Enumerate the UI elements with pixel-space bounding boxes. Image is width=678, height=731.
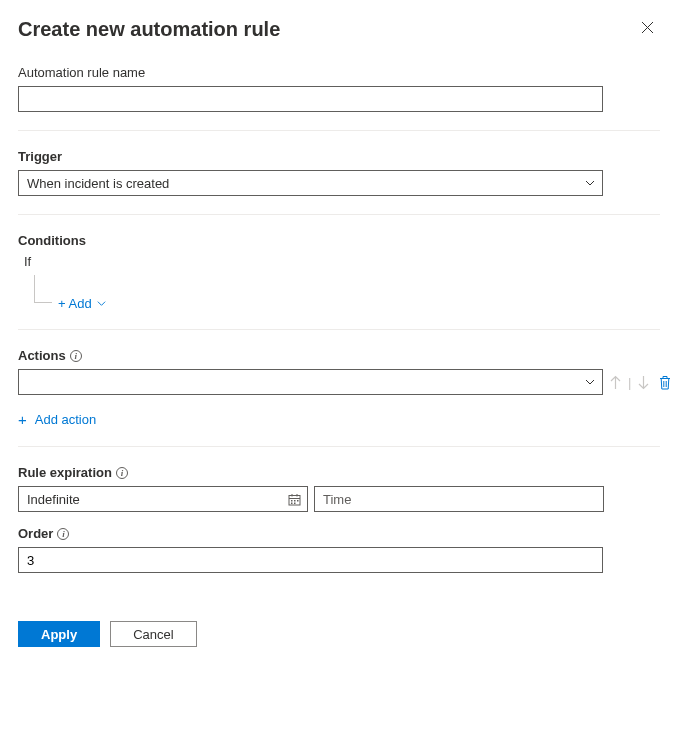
divider [18, 214, 660, 215]
add-condition-label: + Add [58, 296, 92, 311]
info-icon[interactable]: i [57, 528, 69, 540]
tree-branch-line [34, 275, 52, 303]
apply-button[interactable]: Apply [18, 621, 100, 647]
chevron-down-icon [584, 177, 596, 189]
add-condition-button[interactable]: + Add [58, 296, 107, 311]
order-input[interactable] [18, 547, 603, 573]
calendar-icon [288, 493, 301, 506]
divider [18, 130, 660, 131]
close-icon [641, 21, 654, 34]
svg-rect-4 [291, 502, 293, 504]
order-label: Order i [18, 526, 660, 541]
close-button[interactable] [635, 18, 660, 40]
actions-label: Actions i [18, 348, 660, 363]
divider [18, 329, 660, 330]
conditions-label: Conditions [18, 233, 660, 248]
trigger-selected-value: When incident is created [27, 176, 169, 191]
trigger-label: Trigger [18, 149, 660, 164]
add-action-button[interactable]: + Add action [18, 411, 96, 428]
plus-icon: + [18, 411, 27, 428]
expiration-date-input[interactable]: Indefinite [18, 486, 308, 512]
cancel-button[interactable]: Cancel [110, 621, 196, 647]
svg-rect-5 [294, 502, 296, 504]
expiration-date-value: Indefinite [27, 492, 80, 507]
arrow-separator: | [628, 375, 631, 390]
move-up-button [609, 375, 622, 390]
rule-name-input[interactable] [18, 86, 603, 112]
svg-rect-2 [294, 500, 296, 502]
arrow-down-icon [637, 375, 650, 390]
conditions-if-label: If [24, 254, 660, 269]
rule-expiration-label: Rule expiration i [18, 465, 660, 480]
trigger-dropdown[interactable]: When incident is created [18, 170, 603, 196]
chevron-down-icon [96, 298, 107, 309]
info-icon[interactable]: i [116, 467, 128, 479]
add-action-label: Add action [35, 412, 96, 427]
move-down-button [637, 375, 650, 390]
arrow-up-icon [609, 375, 622, 390]
action-dropdown[interactable] [18, 369, 603, 395]
expiration-time-input[interactable] [314, 486, 604, 512]
trash-icon [658, 375, 672, 390]
info-icon[interactable]: i [70, 350, 82, 362]
rule-name-label: Automation rule name [18, 65, 660, 80]
svg-rect-3 [297, 500, 299, 502]
svg-rect-1 [291, 500, 293, 502]
delete-action-button[interactable] [658, 375, 672, 390]
divider [18, 446, 660, 447]
page-title: Create new automation rule [18, 18, 280, 41]
chevron-down-icon [584, 376, 596, 388]
